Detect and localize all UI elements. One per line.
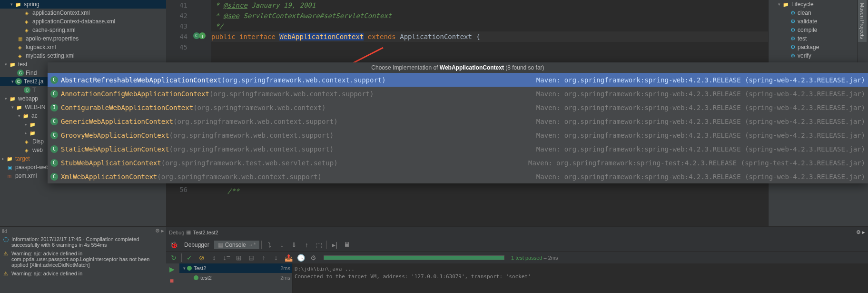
build-warning-item[interactable]: ⚠Warning: ajc: advice defined in bbox=[0, 269, 166, 278]
collapse-button[interactable]: ⊟ bbox=[246, 252, 257, 263]
goal-label: validate bbox=[798, 18, 817, 25]
implementation-gutter-icon[interactable]: C↓ bbox=[193, 31, 209, 41]
folder-icon: 📁 bbox=[9, 61, 16, 68]
class-name: GenericWebApplicationContext bbox=[61, 118, 173, 125]
doc-value: #setServletContext bbox=[320, 12, 392, 20]
svg-text:C: C bbox=[195, 33, 197, 38]
doc-tag: @since bbox=[223, 1, 247, 9]
interface-icon: I bbox=[50, 104, 58, 111]
stop-button[interactable]: ■ bbox=[166, 275, 178, 286]
class-name: XmlWebApplicationContext bbox=[61, 173, 157, 181]
resume-button[interactable]: ▶ bbox=[166, 263, 178, 275]
implementation-list-item[interactable]: CXmlWebApplicationContext (org.springfra… bbox=[48, 170, 868, 183]
code-line[interactable] bbox=[211, 42, 768, 52]
folder-icon: 📁 bbox=[15, 103, 23, 111]
export-button[interactable]: 📤 bbox=[283, 252, 294, 263]
xml-icon: ◈ bbox=[23, 18, 30, 25]
tree-node-file[interactable]: ▦apollo-env.properties bbox=[0, 34, 166, 43]
code-line[interactable]: * @since January 19, 2001 bbox=[211, 0, 768, 10]
rerun-button[interactable]: ↻ bbox=[168, 252, 179, 263]
choose-implementation-popup: Choose Implementation of WebApplicationC… bbox=[48, 62, 868, 183]
build-info-item[interactable]: ⓘInformation: 2017/12/17 17:45 - Compila… bbox=[0, 235, 166, 249]
tree-label: apollo-env.properties bbox=[26, 35, 79, 42]
test-tree-item[interactable]: ▾Test22ms bbox=[179, 263, 292, 273]
gear-icon: ⚙ bbox=[790, 52, 796, 59]
keyword: extends bbox=[368, 33, 396, 40]
source-jar: Maven: org.springframework:spring-web:4.… bbox=[536, 173, 865, 181]
step-into-button[interactable]: ↓ bbox=[276, 239, 287, 251]
tab-console[interactable]: ▦Console→* bbox=[214, 241, 260, 249]
show-ignored-button[interactable]: ⊘ bbox=[196, 252, 207, 263]
type-name: ApplicationContext bbox=[400, 33, 472, 40]
console-line: D:\jdk\bin\java ... bbox=[295, 265, 866, 273]
gear-icon[interactable]: ⚙ ▸ bbox=[856, 229, 865, 235]
folder-icon: 📁 bbox=[14, 0, 22, 8]
class-icon: C bbox=[50, 173, 58, 181]
rerun-button[interactable]: 🐞 bbox=[168, 239, 179, 251]
code-line[interactable]: * @see ServletContextAware#setServletCon… bbox=[211, 10, 768, 21]
implementation-list-item[interactable]: CStaticWebApplicationContext (org.spring… bbox=[48, 142, 868, 156]
evaluate-button[interactable]: 🖩 bbox=[341, 239, 353, 251]
svg-text:↓: ↓ bbox=[201, 33, 204, 39]
expand-button[interactable]: ⊞ bbox=[233, 252, 245, 263]
doc-value: January 19, 2001 bbox=[251, 1, 316, 9]
implementation-list-item[interactable]: CAbstractRefreshableWebApplicationContex… bbox=[48, 73, 868, 87]
next-button[interactable]: ↓ bbox=[270, 252, 282, 263]
chevron-right-icon: ▸ bbox=[23, 131, 29, 135]
filter-button[interactable]: ↓≡ bbox=[221, 252, 232, 263]
implementation-list-item[interactable]: CAnnotationConfigWebApplicationContext (… bbox=[48, 87, 868, 101]
code-line[interactable]: */ bbox=[211, 21, 768, 31]
build-header[interactable]: ild⚙ ▸ bbox=[0, 226, 166, 235]
test-tree-item[interactable]: test22ms bbox=[179, 273, 292, 283]
run-to-cursor-button[interactable]: ▸| bbox=[329, 239, 340, 251]
goal-label: test bbox=[798, 35, 807, 42]
maven-goal[interactable]: ⚙package bbox=[769, 43, 868, 51]
xml-icon: ◈ bbox=[23, 26, 30, 34]
tree-node-file[interactable]: ◈mybatis-setting.xml bbox=[0, 51, 166, 60]
code-line[interactable]: public interface WebApplicationContext e… bbox=[211, 31, 768, 42]
bottom-panel: ild⚙ ▸ ⓘInformation: 2017/12/17 17:45 - … bbox=[0, 226, 868, 293]
class-icon: C bbox=[50, 145, 58, 153]
tree-node-spring-folder[interactable]: ▾📁spring bbox=[0, 0, 166, 9]
debug-panel: Debug ▦ Test2.test2 ⚙ ▸ 🐞 Debugger ▦Cons… bbox=[166, 226, 868, 293]
step-out-button[interactable]: ↑ bbox=[301, 239, 312, 251]
chevron-down-icon: ▾ bbox=[3, 62, 9, 67]
maven-goal[interactable]: ⚙validate bbox=[769, 17, 868, 26]
step-over-button[interactable]: ⤵ bbox=[264, 239, 275, 251]
gear-icon[interactable]: ⚙ ▸ bbox=[155, 228, 164, 234]
tree-node-file[interactable]: ◈logback.xml bbox=[0, 43, 166, 51]
warning-icon: ⚠ bbox=[2, 271, 10, 277]
tree-node-file[interactable]: ◈cache-spring.xml bbox=[0, 26, 166, 34]
tree-node-file[interactable]: ◈applicationContext.xml bbox=[0, 9, 166, 17]
history-button[interactable]: 🕓 bbox=[295, 252, 306, 263]
console-output[interactable]: D:\jdk\bin\java ... Connected to the tar… bbox=[293, 263, 868, 293]
implementation-list-item[interactable]: CStubWebApplicationContext (org.springfr… bbox=[48, 156, 868, 170]
maven-goal[interactable]: ⚙verify bbox=[769, 51, 868, 60]
build-warning-item[interactable]: ⚠Warning: ajc: advice defined in com.ppd… bbox=[0, 249, 166, 269]
gear-icon: ⚙ bbox=[790, 44, 796, 51]
gutter-line-number: 45 bbox=[166, 42, 187, 52]
folder-icon: 📁 bbox=[9, 95, 16, 102]
show-passed-button[interactable]: ✓ bbox=[184, 252, 195, 263]
implementation-list-item[interactable]: CGenericWebApplicationContext (org.sprin… bbox=[48, 114, 868, 128]
prev-button[interactable]: ↑ bbox=[258, 252, 269, 263]
tree-node-file[interactable]: ◈applicationContext-database.xml bbox=[0, 17, 166, 26]
brace: { bbox=[476, 33, 480, 40]
editor-gutter: 56 bbox=[166, 186, 211, 196]
code-line[interactable]: /** bbox=[211, 186, 239, 196]
maven-lifecycle-node[interactable]: ▾📁Lifecycle bbox=[769, 0, 868, 9]
maven-goal[interactable]: ⚙compile bbox=[769, 26, 868, 34]
maven-goal[interactable]: ⚙clean bbox=[769, 9, 868, 17]
drop-frame-button[interactable]: ⬚ bbox=[313, 239, 325, 251]
goal-label: clean bbox=[798, 10, 811, 16]
package-name: (org.springframework.web.context.support… bbox=[173, 118, 338, 125]
settings-button[interactable]: ⚙ bbox=[307, 252, 319, 263]
implementation-list-item[interactable]: IConfigurableWebApplicationContext (org.… bbox=[48, 101, 868, 114]
tab-debugger[interactable]: Debugger bbox=[180, 241, 213, 249]
tree-label: ac bbox=[31, 112, 38, 119]
force-step-into-button[interactable]: ⇓ bbox=[288, 239, 300, 251]
implementation-list-item[interactable]: CGroovyWebApplicationContext (org.spring… bbox=[48, 128, 868, 142]
maven-projects-tab[interactable]: Maven Projects bbox=[858, 0, 868, 62]
maven-goal[interactable]: ⚙test bbox=[769, 34, 868, 43]
sort-button[interactable]: ↕ bbox=[208, 252, 220, 263]
